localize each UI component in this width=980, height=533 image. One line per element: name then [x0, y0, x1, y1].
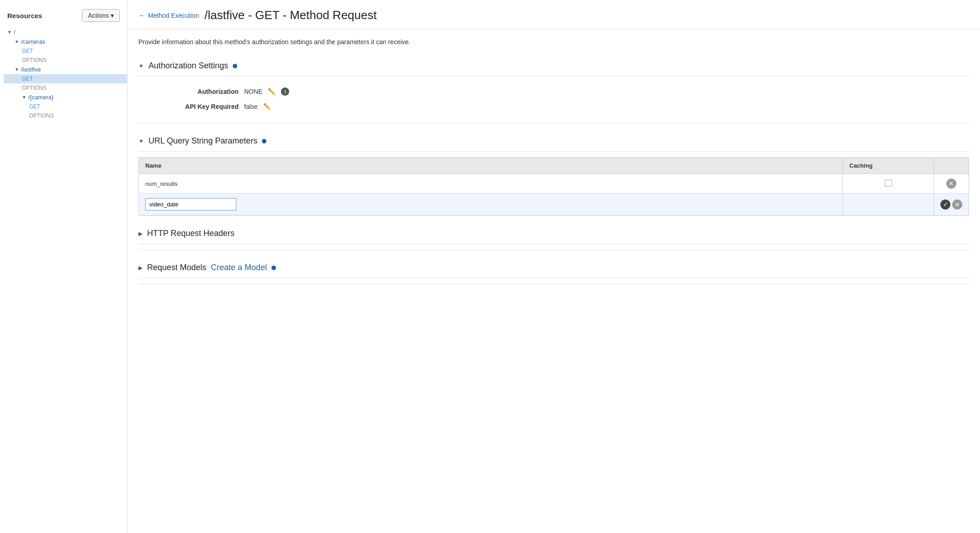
- tree-item-label: OPTIONS: [22, 57, 46, 63]
- params-table: Name Caching num_results ✕: [138, 157, 969, 215]
- param-name: num_results: [145, 180, 178, 187]
- tree-item-camera[interactable]: ▼ /{camera}: [4, 92, 127, 102]
- section-chevron-icon: ▼: [138, 138, 144, 144]
- delete-param-icon[interactable]: ✕: [946, 179, 956, 189]
- tree-item-lastfive[interactable]: ▼ /lastfive: [4, 65, 127, 74]
- http-headers-section: ▶ HTTP Request Headers: [138, 216, 969, 250]
- authorization-value: NONE: [244, 88, 262, 95]
- auth-section-title: Authorization Settings: [148, 61, 228, 71]
- request-models-title: Request Models: [147, 263, 206, 272]
- back-link-label: Method Execution: [148, 12, 199, 19]
- blue-dot-icon: [271, 266, 276, 270]
- tree-item-label: /cameras: [21, 38, 45, 45]
- request-models-header[interactable]: ▶ Request Models Create a Model: [138, 256, 969, 278]
- tree-item-root[interactable]: ▼ /: [4, 27, 127, 37]
- param-action-cell: ✕: [934, 174, 969, 194]
- param-action-cell-editing: ✓ ✕: [934, 194, 969, 215]
- tree-item-label: GET: [29, 103, 41, 110]
- tree-item-label: OPTIONS: [22, 85, 46, 91]
- sidebar: Resources Actions ▾ ▼ / ▼ /cameras GET O…: [0, 0, 128, 533]
- sidebar-title: Resources: [7, 12, 42, 20]
- chevron-icon: ▼: [15, 67, 19, 72]
- authorization-edit-icon[interactable]: ✏️: [268, 88, 276, 95]
- section-chevron-icon: ▶: [138, 231, 143, 237]
- page-title: /lastfive - GET - Method Request: [204, 8, 377, 22]
- blue-dot-icon: [262, 139, 266, 144]
- caching-checkbox[interactable]: [885, 179, 892, 187]
- url-params-header[interactable]: ▼ URL Query String Parameters: [138, 130, 969, 152]
- create-model-link[interactable]: Create a Model: [211, 263, 267, 272]
- tree-item-label: GET: [22, 76, 33, 82]
- api-key-value: false: [244, 103, 258, 110]
- tree-item-cameras-get[interactable]: GET: [4, 46, 127, 56]
- url-params-title: URL Query String Parameters: [148, 136, 257, 146]
- http-headers-title: HTTP Request Headers: [147, 229, 235, 238]
- sidebar-header: Resources Actions ▾: [0, 6, 127, 27]
- api-key-label: API Key Required: [166, 103, 239, 110]
- auth-row-authorization: Authorization NONE ✏️ i: [138, 84, 969, 99]
- param-caching-cell: [843, 194, 934, 215]
- param-name-cell: num_results: [139, 174, 843, 194]
- section-chevron-icon: ▼: [138, 63, 144, 69]
- tree-item-label: OPTIONS: [29, 113, 54, 119]
- request-models-section: ▶ Request Models Create a Model: [138, 250, 969, 284]
- api-key-edit-icon[interactable]: ✏️: [263, 103, 271, 110]
- tree-item-cameras[interactable]: ▼ /cameras: [4, 37, 127, 46]
- authorization-label: Authorization: [166, 88, 239, 95]
- tree-item-lastfive-options[interactable]: OPTIONS: [4, 83, 127, 92]
- tree-item-lastfive-get[interactable]: GET: [4, 74, 127, 83]
- authorization-info-icon[interactable]: i: [281, 87, 289, 96]
- param-caching-cell: [843, 174, 934, 194]
- chevron-icon: ▼: [22, 95, 26, 100]
- auth-row-api-key: API Key Required false ✏️: [138, 99, 969, 114]
- main-header: ← Method Execution /lastfive - GET - Met…: [128, 0, 980, 29]
- auth-details: Authorization NONE ✏️ i API Key Required…: [138, 77, 969, 123]
- section-chevron-icon: ▶: [138, 265, 143, 271]
- tree-item-label: /lastfive: [21, 66, 41, 73]
- table-row: ✓ ✕: [139, 194, 969, 215]
- http-headers-section-header[interactable]: ▶ HTTP Request Headers: [138, 222, 969, 244]
- param-name-cell-editing: [139, 194, 843, 215]
- table-row: num_results ✕: [139, 174, 969, 194]
- tree-item-label: GET: [22, 48, 33, 54]
- confirm-edit-icon[interactable]: ✓: [940, 200, 950, 210]
- resource-tree: ▼ / ▼ /cameras GET OPTIONS ▼ /lastfive G…: [0, 27, 127, 120]
- auth-section: ▼ Authorization Settings Authorization N…: [138, 55, 969, 123]
- tree-item-camera-options[interactable]: OPTIONS: [4, 111, 127, 120]
- page-description: Provide information about this method's …: [138, 38, 969, 46]
- editing-action-icons: ✓ ✕: [940, 200, 962, 210]
- cancel-edit-icon[interactable]: ✕: [952, 200, 962, 210]
- url-params-section: ▼ URL Query String Parameters Name Cachi…: [138, 123, 969, 216]
- col-header-caching: Caching: [843, 158, 934, 174]
- back-link[interactable]: ← Method Execution: [138, 11, 199, 20]
- auth-section-header[interactable]: ▼ Authorization Settings: [138, 55, 969, 77]
- main-body: Provide information about this method's …: [128, 29, 980, 293]
- tree-item-label: /: [14, 29, 15, 36]
- tree-item-camera-get[interactable]: GET: [4, 102, 127, 111]
- chevron-icon: ▼: [15, 39, 19, 44]
- actions-button[interactable]: Actions ▾: [82, 9, 120, 22]
- param-name-input[interactable]: [145, 198, 236, 210]
- chevron-icon: ▼: [7, 30, 12, 35]
- table-header-row: Name Caching: [139, 158, 969, 174]
- col-header-name: Name: [139, 158, 843, 174]
- back-arrow-icon: ←: [138, 11, 146, 20]
- main-content: ← Method Execution /lastfive - GET - Met…: [128, 0, 980, 533]
- blue-dot-icon: [233, 64, 237, 68]
- col-header-action: [934, 158, 969, 174]
- tree-item-cameras-options[interactable]: OPTIONS: [4, 56, 127, 65]
- tree-item-label: /{camera}: [28, 94, 54, 101]
